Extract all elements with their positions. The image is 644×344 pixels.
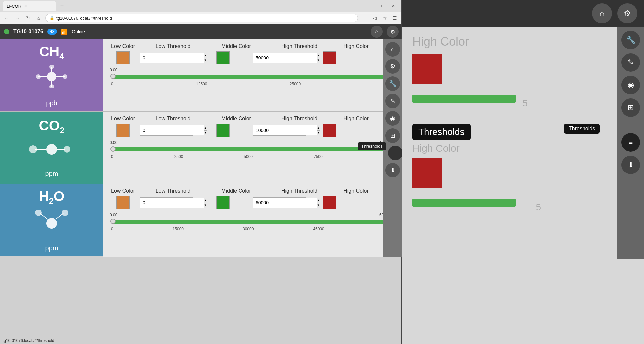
rp-section2-number: 5 [536, 202, 541, 213]
rp-high-color-title-2: High Color [412, 143, 607, 154]
col-low-color-co2: Low Color [111, 116, 135, 121]
url-text: tg10-01076.local./#/threshold [56, 16, 112, 21]
ch4-slider-thumb[interactable] [110, 74, 116, 79]
sidebar-grid-btn[interactable]: ⊞ [385, 128, 400, 143]
ch4-ticks: 0 12500 25000 37500 [110, 82, 396, 86]
home-nav-btn[interactable]: ⌂ [35, 14, 43, 22]
ch4-mid-color-swatch[interactable] [216, 51, 230, 64]
gas-card-h2o: H2O ppm [0, 184, 103, 256]
col-mid-color-co2: Middle Color [221, 116, 251, 121]
rp-sidebar-grid-btn[interactable]: ⊞ [621, 98, 640, 117]
bookmark-btn[interactable]: ☆ [381, 14, 389, 22]
co2-high-color-swatch[interactable] [323, 124, 336, 137]
status-url: tg10-01076.local./#/threshold [3, 338, 54, 343]
tab-close-btn[interactable]: ✕ [24, 4, 27, 8]
ch4-low-threshold-input[interactable]: ▲ ▼ [140, 53, 193, 63]
h2o-mid-color-swatch[interactable] [216, 196, 230, 209]
co2-unit: ppm [45, 170, 58, 178]
online-status: Online [72, 29, 85, 34]
sidebar-download-btn[interactable]: ⬇ [385, 163, 400, 177]
col-high-thresh-co2: High Threshold [281, 116, 317, 121]
rp-settings-btn[interactable]: ⚙ [617, 3, 637, 23]
col-low-thresh-h2o: Low Threshold [156, 188, 191, 194]
rp-sidebar-gauge-btn[interactable]: ◉ [621, 76, 640, 94]
ch4-high-color-swatch[interactable] [323, 51, 336, 64]
svg-point-14 [46, 218, 57, 229]
svg-point-13 [64, 146, 70, 153]
rp-ticks-1: | | | [412, 104, 516, 109]
h2o-low-color-swatch[interactable] [116, 196, 130, 209]
extensions-btn[interactable]: ⋯ [361, 14, 369, 22]
h2o-molecule [32, 210, 72, 233]
ch4-high-threshold-field[interactable] [253, 53, 317, 63]
co2-value-left: 0.00 [110, 140, 117, 145]
svg-point-0 [47, 72, 56, 81]
co2-molecule [28, 139, 75, 159]
rp-home-btn[interactable]: ⌂ [592, 3, 612, 23]
co2-slider-thumb[interactable] [110, 146, 116, 152]
new-tab-btn[interactable]: + [57, 1, 67, 11]
sidebar-thresholds-btn[interactable]: ≡ [388, 146, 402, 160]
tooltip-label: Thresholds [358, 142, 386, 150]
header-settings-btn[interactable]: ⚙ [387, 26, 399, 38]
svg-point-16 [35, 210, 42, 216]
h2o-high-threshold-field[interactable] [253, 198, 317, 208]
rp-divider-2 [412, 117, 634, 117]
minimize-btn[interactable]: ─ [368, 2, 376, 10]
gas-card-co2: CO2 ppm [0, 112, 103, 184]
pocket-btn[interactable]: ◁ [371, 14, 379, 22]
col-high-color-h2o: High Color [343, 188, 369, 194]
right-panel-header: ⌂ ⚙ [402, 0, 644, 27]
co2-low-threshold-field[interactable] [140, 125, 204, 135]
rp-sidebar-edit-btn[interactable]: ✎ [621, 53, 640, 72]
sidebar-wrench-btn[interactable]: 🔧 [385, 76, 400, 91]
co2-low-threshold-input[interactable]: ▲ ▼ [140, 125, 193, 136]
rp-sidebar-wrench-btn[interactable]: 🔧 [621, 31, 640, 49]
menu-btn[interactable]: ☰ [391, 14, 399, 22]
ch4-high-threshold-input[interactable]: ▲ ▼ [253, 53, 306, 63]
rp-sidebar-thresholds-btn[interactable]: ≡ [621, 133, 640, 152]
ch4-low-threshold-field[interactable] [140, 53, 204, 63]
col-low-color-ch4: Low Color [111, 43, 135, 49]
co2-mid-color-swatch[interactable] [216, 124, 230, 137]
co2-high-threshold-field[interactable] [253, 125, 317, 135]
h2o-low-threshold-field[interactable] [140, 198, 204, 208]
svg-point-11 [29, 145, 37, 153]
col-low-thresh-ch4: Low Threshold [156, 43, 191, 49]
sidebar-home-btn[interactable]: ⌂ [385, 42, 400, 57]
browser-tab[interactable]: LI-COR ✕ [3, 1, 56, 11]
rp-slider-section-2: 5 | | | [402, 199, 644, 213]
h2o-high-color-swatch[interactable] [323, 196, 336, 209]
rp-sidebar-download-btn[interactable]: ⬇ [621, 156, 640, 174]
col-low-color-h2o: Low Color [111, 188, 135, 194]
back-btn[interactable]: ← [3, 14, 11, 22]
h2o-slider-track [113, 220, 393, 224]
sidebar-gauge-btn[interactable]: ◉ [385, 111, 400, 126]
rp-high-color-swatch-2[interactable] [412, 158, 442, 188]
co2-low-color-swatch[interactable] [116, 124, 130, 137]
forward-btn[interactable]: → [13, 14, 21, 22]
h2o-unit: ppm [45, 244, 58, 252]
h2o-slider-thumb[interactable] [110, 219, 116, 224]
status-bar: tg10-01076.local./#/threshold [0, 337, 402, 344]
tab-title: LI-COR [7, 4, 21, 9]
rp-high-color-swatch-1[interactable] [412, 54, 442, 84]
sidebar-edit-btn[interactable]: ✎ [385, 94, 400, 108]
ch4-formula: CH4 [39, 44, 64, 61]
ch4-slider-track [113, 75, 393, 79]
h2o-high-threshold-input[interactable]: ▲ ▼ [253, 197, 306, 208]
col-high-thresh-h2o: High Threshold [281, 188, 317, 194]
close-btn[interactable]: ✕ [389, 2, 397, 10]
header-home-btn[interactable]: ⌂ [371, 26, 383, 38]
status-indicator [4, 29, 9, 34]
refresh-btn[interactable]: ↻ [24, 14, 32, 22]
rp-ticks-2: | | | [412, 208, 516, 213]
rp-divider-1 [412, 89, 634, 89]
sidebar-settings-btn[interactable]: ⚙ [385, 59, 400, 74]
h2o-low-threshold-input[interactable]: ▲ ▼ [140, 197, 193, 208]
maximize-btn[interactable]: □ [379, 2, 387, 10]
ch4-low-color-swatch[interactable] [116, 51, 130, 64]
svg-point-2 [49, 65, 54, 69]
address-bar[interactable]: 🔒 tg10-01076.local./#/threshold [45, 14, 358, 22]
co2-high-threshold-input[interactable]: ▲ ▼ [253, 125, 306, 136]
